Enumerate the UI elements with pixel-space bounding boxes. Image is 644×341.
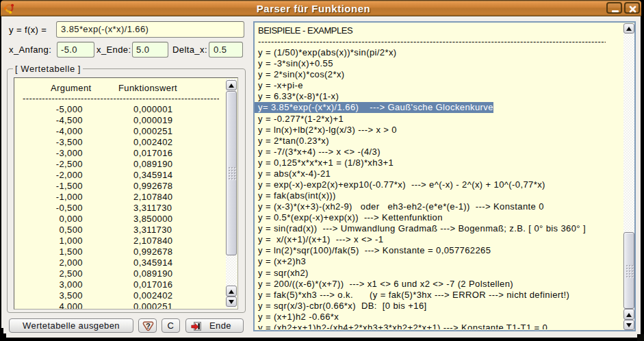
svg-text:?: ? (146, 322, 151, 330)
